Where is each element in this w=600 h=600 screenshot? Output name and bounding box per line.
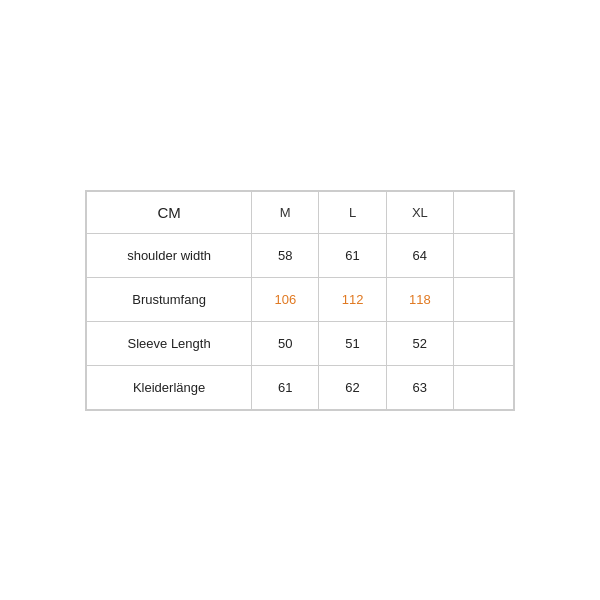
row-0-val-0: 58 [252,233,319,277]
row-1-val-0: 106 [252,277,319,321]
row-label-3: Kleiderlänge [87,365,252,409]
row-3-val-2: 63 [386,365,453,409]
header-m-cell: M [252,191,319,233]
row-3-val-0: 61 [252,365,319,409]
table-row: Kleiderlänge616263 [87,365,514,409]
row-0-val-1: 61 [319,233,386,277]
row-label-0: shoulder width [87,233,252,277]
table-row: shoulder width586164 [87,233,514,277]
size-table: CM M L XL shoulder width586164Brustumfan… [86,191,514,410]
row-label-2: Sleeve Length [87,321,252,365]
row-2-val-2: 52 [386,321,453,365]
row-2-val-0: 50 [252,321,319,365]
row-1-val-1: 112 [319,277,386,321]
row-label-1: Brustumfang [87,277,252,321]
table-body: shoulder width586164Brustumfang106112118… [87,233,514,409]
table-header-row: CM M L XL [87,191,514,233]
row-2-val-3 [454,321,514,365]
row-3-val-3 [454,365,514,409]
header-xl-cell: XL [386,191,453,233]
row-1-val-3 [454,277,514,321]
header-empty-cell [454,191,514,233]
row-0-val-3 [454,233,514,277]
header-label-cell: CM [87,191,252,233]
size-table-container: CM M L XL shoulder width586164Brustumfan… [85,190,515,411]
table-row: Brustumfang106112118 [87,277,514,321]
row-0-val-2: 64 [386,233,453,277]
row-1-val-2: 118 [386,277,453,321]
header-l-cell: L [319,191,386,233]
row-2-val-1: 51 [319,321,386,365]
table-row: Sleeve Length505152 [87,321,514,365]
row-3-val-1: 62 [319,365,386,409]
